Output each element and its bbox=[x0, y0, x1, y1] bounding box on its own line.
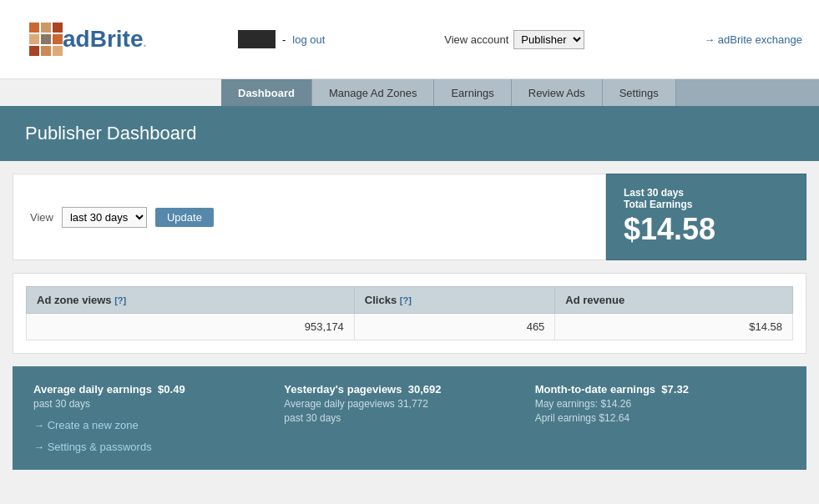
month-to-date-label: Month-to-date earnings bbox=[535, 383, 655, 396]
april-earnings-row: April earnings $12.64 bbox=[535, 412, 786, 424]
page-title-bar: Publisher Dashboard bbox=[0, 106, 819, 161]
stats-container: Ad zone views [?] Clicks [?] Ad revenue … bbox=[13, 273, 806, 354]
footer-col-earnings: Average daily earnings $0.49 past 30 day… bbox=[33, 383, 284, 453]
may-earnings-row: May earnings: $14.26 bbox=[535, 398, 786, 410]
view-label: View bbox=[30, 211, 53, 224]
earnings-period-label: Last 30 days bbox=[624, 187, 684, 199]
svg-rect-2 bbox=[53, 23, 63, 33]
avg-daily-pageviews-value: 31,772 bbox=[397, 398, 428, 410]
month-to-date-row: Month-to-date earnings $7.32 bbox=[535, 383, 786, 396]
nav-bar: Dashboard Manage Ad Zones Earnings Revie… bbox=[221, 79, 819, 106]
svg-rect-7 bbox=[41, 46, 51, 56]
header-right: - log out View account Publisher adBrite… bbox=[221, 30, 819, 49]
avg-daily-earnings-label: Average daily earnings bbox=[33, 383, 152, 396]
user-color-block bbox=[238, 30, 276, 48]
settings-link[interactable]: Settings & passwords bbox=[33, 441, 284, 453]
footer-col-pageviews: Yesterday's pageviews 30,692 Average dai… bbox=[284, 383, 534, 453]
logout-separator: - bbox=[282, 33, 286, 46]
col-header-ad-revenue: Ad revenue bbox=[555, 287, 793, 314]
yesterday-pageviews-value: 30,692 bbox=[408, 383, 442, 396]
dashboard-panel: View last 30 days last 7 days today yest… bbox=[13, 174, 806, 260]
account-select[interactable]: Publisher bbox=[513, 30, 584, 49]
earnings-total-label: Total Earnings bbox=[624, 199, 692, 210]
footer-stats: Average daily earnings $0.49 past 30 day… bbox=[13, 366, 806, 470]
may-earnings-value: $14.26 bbox=[600, 398, 631, 410]
col-header-ad-zone-views: Ad zone views [?] bbox=[27, 287, 355, 314]
ad-zone-views-help-link[interactable]: [?] bbox=[114, 295, 126, 305]
april-earnings-value: $12.64 bbox=[599, 412, 629, 424]
view-account-area: View account Publisher bbox=[444, 30, 584, 49]
update-button[interactable]: Update bbox=[155, 208, 214, 227]
stats-table: Ad zone views [?] Clicks [?] Ad revenue … bbox=[26, 286, 793, 340]
svg-rect-5 bbox=[53, 34, 63, 44]
logo-text: adBrite. bbox=[63, 26, 146, 53]
nav-item-earnings[interactable]: Earnings bbox=[434, 79, 511, 106]
month-to-date-value: $7.32 bbox=[661, 383, 689, 396]
col-header-clicks: Clicks [?] bbox=[354, 287, 555, 314]
svg-rect-1 bbox=[41, 23, 51, 33]
avg-daily-pageviews-label: Average daily pageviews bbox=[284, 398, 395, 410]
logo-brite: Brite bbox=[90, 26, 144, 52]
avg-daily-pageviews-row: Average daily pageviews 31,772 bbox=[284, 398, 534, 410]
page-title: Publisher Dashboard bbox=[25, 123, 196, 144]
logo-area: adBrite. bbox=[0, 23, 221, 56]
logout-link[interactable]: log out bbox=[292, 33, 325, 46]
yesterday-pageviews-row: Yesterday's pageviews 30,692 bbox=[284, 383, 534, 396]
stats-row: 953,174 465 $14.58 bbox=[27, 314, 793, 340]
footer-col-month: Month-to-date earnings $7.32 May earning… bbox=[535, 383, 786, 453]
create-zone-link[interactable]: Create a new zone bbox=[33, 419, 284, 431]
user-controls: - log out bbox=[238, 30, 325, 48]
nav-item-manage-ad-zones[interactable]: Manage Ad Zones bbox=[312, 79, 435, 106]
main-content: View last 30 days last 7 days today yest… bbox=[0, 161, 819, 482]
ad-revenue-value: $14.58 bbox=[555, 314, 793, 340]
view-account-label: View account bbox=[444, 33, 508, 46]
april-earnings-label: April earnings bbox=[535, 412, 596, 424]
svg-rect-4 bbox=[41, 34, 51, 44]
earnings-summary: Last 30 days Total Earnings $14.58 bbox=[606, 174, 806, 260]
adbrite-logo-icon bbox=[29, 23, 63, 56]
yesterday-pageviews-label: Yesterday's pageviews bbox=[284, 383, 402, 396]
avg-daily-earnings-label-row: Average daily earnings $0.49 bbox=[33, 383, 284, 396]
header: adBrite. - log out View account Publishe… bbox=[0, 0, 819, 79]
nav-item-review-ads[interactable]: Review Ads bbox=[512, 79, 603, 106]
earnings-value: $14.58 bbox=[624, 212, 715, 247]
logo-ad: ad bbox=[63, 26, 90, 52]
earnings-label-line: Last 30 days Total Earnings bbox=[624, 187, 692, 210]
nav-item-dashboard[interactable]: Dashboard bbox=[221, 79, 312, 106]
avg-daily-pageviews-period: past 30 days bbox=[284, 412, 534, 424]
svg-rect-0 bbox=[29, 23, 39, 33]
ad-zone-views-value: 953,174 bbox=[27, 314, 355, 340]
may-earnings-label: May earnings: bbox=[535, 398, 598, 410]
view-controls: View last 30 days last 7 days today yest… bbox=[13, 174, 606, 260]
clicks-help-link[interactable]: [?] bbox=[400, 295, 412, 305]
avg-daily-earnings-value: $0.49 bbox=[158, 383, 185, 396]
svg-rect-8 bbox=[53, 46, 63, 56]
date-range-select[interactable]: last 30 days last 7 days today yesterday bbox=[62, 207, 147, 228]
adbrite-exchange-link[interactable]: adBrite exchange bbox=[704, 33, 802, 46]
clicks-value: 465 bbox=[354, 314, 555, 340]
svg-rect-3 bbox=[29, 34, 39, 44]
nav-item-settings[interactable]: Settings bbox=[603, 79, 676, 106]
avg-daily-earnings-period: past 30 days bbox=[33, 398, 284, 410]
svg-rect-6 bbox=[29, 46, 39, 56]
